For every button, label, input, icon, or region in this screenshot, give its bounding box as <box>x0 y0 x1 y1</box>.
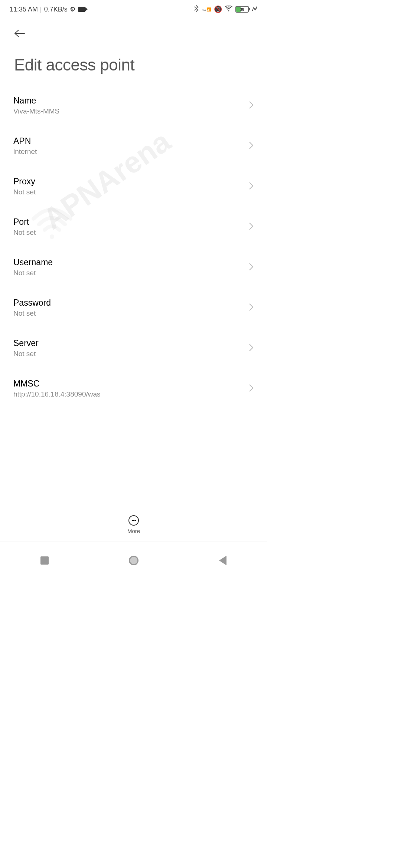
charging-icon: 🗲 <box>252 6 258 13</box>
setting-value: Viva-Mts-MMS <box>13 107 249 115</box>
more-label: More <box>127 528 140 534</box>
setting-value: http://10.16.18.4:38090/was <box>13 390 249 398</box>
bluetooth-icon <box>194 5 199 14</box>
setting-proxy[interactable]: Proxy Not set <box>13 166 254 207</box>
setting-name[interactable]: Name Viva-Mts-MMS <box>13 85 254 126</box>
camera-icon <box>78 7 85 12</box>
setting-value: Not set <box>13 269 249 277</box>
signal-sim1-icon: 4G📶 <box>202 7 211 11</box>
setting-password[interactable]: Password Not set <box>13 287 254 328</box>
signal-sim2-icon: 📵 <box>214 5 222 13</box>
nav-recent-button[interactable] <box>22 551 67 570</box>
setting-value: Not set <box>13 309 249 318</box>
setting-label: Username <box>13 257 249 267</box>
chevron-right-icon <box>249 263 254 272</box>
bottom-toolbar: ••• More <box>0 512 267 542</box>
nav-back-button[interactable] <box>200 551 245 570</box>
battery-icon: 38 <box>235 6 249 13</box>
setting-label: Server <box>13 338 249 348</box>
setting-value: Not set <box>13 188 249 196</box>
setting-value: Not set <box>13 228 249 237</box>
more-icon: ••• <box>128 515 139 526</box>
setting-label: Proxy <box>13 177 249 187</box>
chevron-right-icon <box>249 101 254 111</box>
setting-server[interactable]: Server Not set <box>13 328 254 368</box>
system-nav-bar <box>0 542 267 579</box>
status-data-rate: 0.7KB/s <box>44 6 68 13</box>
setting-mmsc[interactable]: MMSC http://10.16.18.4:38090/was <box>13 368 254 408</box>
chevron-right-icon <box>249 222 254 232</box>
setting-apn[interactable]: APN internet <box>13 126 254 166</box>
svg-point-0 <box>228 10 229 11</box>
setting-username[interactable]: Username Not set <box>13 247 254 287</box>
chevron-right-icon <box>249 343 254 353</box>
status-time: 11:35 AM <box>10 6 38 13</box>
setting-label: APN <box>13 136 249 146</box>
status-bar: 11:35 AM | 0.7KB/s ⚙ 4G📶 📵 38 🗲 <box>0 0 267 19</box>
chevron-right-icon <box>249 303 254 313</box>
page-title: Edit access point <box>14 56 253 74</box>
setting-port[interactable]: Port Not set <box>13 207 254 247</box>
setting-value: internet <box>13 148 249 156</box>
settings-list: Name Viva-Mts-MMS APN internet Proxy Not… <box>0 85 267 408</box>
chevron-right-icon <box>249 182 254 191</box>
setting-label: Name <box>13 96 249 106</box>
nav-home-button[interactable] <box>111 551 156 570</box>
back-button[interactable] <box>14 26 29 41</box>
chevron-right-icon <box>249 141 254 151</box>
wifi-icon <box>225 6 232 13</box>
setting-label: Port <box>13 217 249 227</box>
setting-value: Not set <box>13 350 249 358</box>
setting-label: Password <box>13 298 249 308</box>
more-button[interactable]: ••• More <box>127 515 140 534</box>
settings-icon: ⚙ <box>70 5 76 13</box>
setting-label: MMSC <box>13 379 249 389</box>
chevron-right-icon <box>249 384 254 394</box>
